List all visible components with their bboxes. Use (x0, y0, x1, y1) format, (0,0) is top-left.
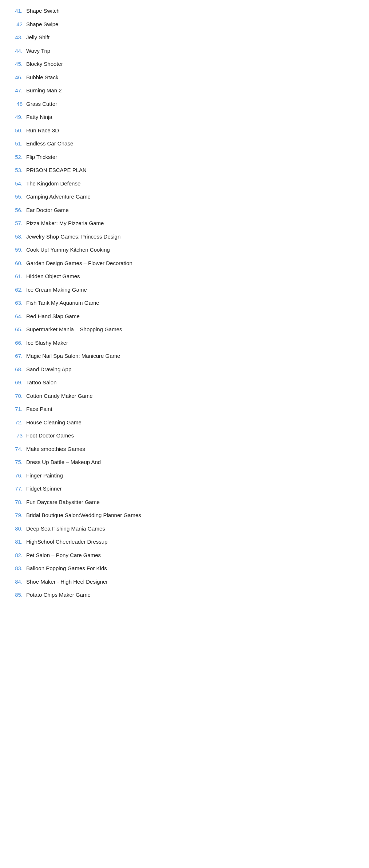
game-list: 41.Shape Switch42Shape Swipe43.Jelly Shi… (7, 4, 362, 602)
list-item[interactable]: 72.House Cleaning Game (7, 416, 362, 429)
item-number: 77. (7, 485, 26, 493)
list-item[interactable]: 78.Fun Daycare Babysitter Game (7, 496, 362, 509)
item-title: Fatty Ninja (26, 113, 52, 121)
list-item[interactable]: 54.The Kingdom Defense (7, 177, 362, 191)
item-title: Shoe Maker - High Heel Designer (26, 578, 108, 586)
item-title: PRISON ESCAPE PLAN (26, 166, 87, 175)
item-number: 83. (7, 564, 26, 573)
list-item[interactable]: 50.Run Race 3D (7, 124, 362, 137)
item-title: Jewelry Shop Games: Princess Design (26, 233, 120, 241)
item-number: 62. (7, 286, 26, 294)
item-title: Grass Cutter (26, 100, 57, 108)
item-title: Ear Doctor Game (26, 206, 69, 215)
list-item[interactable]: 61.Hidden Object Games (7, 270, 362, 283)
list-item[interactable]: 69.Tattoo Salon (7, 376, 362, 389)
list-item[interactable]: 55.Camping Adventure Game (7, 190, 362, 204)
item-number: 44. (7, 47, 26, 55)
list-item[interactable]: 83.Balloon Popping Games For Kids (7, 562, 362, 575)
item-number: 51. (7, 140, 26, 148)
item-number: 46. (7, 73, 26, 82)
item-number: 66. (7, 339, 26, 347)
item-number: 60. (7, 259, 26, 268)
list-item[interactable]: 62.Ice Cream Making Game (7, 283, 362, 297)
list-item[interactable]: 81.HighSchool Cheerleader Dressup (7, 535, 362, 549)
item-number: 58. (7, 233, 26, 241)
item-number: 73 (7, 432, 26, 440)
list-item[interactable]: 75.Dress Up Battle – Makeup And (7, 456, 362, 469)
item-number: 74. (7, 445, 26, 453)
list-item[interactable]: 82.Pet Salon – Pony Care Games (7, 549, 362, 562)
item-number: 80. (7, 525, 26, 533)
list-item[interactable]: 41.Shape Switch (7, 4, 362, 18)
list-item[interactable]: 44.Wavy Trip (7, 44, 362, 58)
list-item[interactable]: 48Grass Cutter (7, 97, 362, 111)
item-title: Make smoothies Games (26, 445, 85, 453)
item-title: Endless Car Chase (26, 140, 73, 148)
item-title: Fidget Spinner (26, 485, 62, 493)
list-item[interactable]: 53.PRISON ESCAPE PLAN (7, 164, 362, 177)
item-number: 52. (7, 153, 26, 161)
list-item[interactable]: 63.Fish Tank My Aquarium Game (7, 296, 362, 310)
list-item[interactable]: 84.Shoe Maker - High Heel Designer (7, 575, 362, 589)
list-item[interactable]: 80.Deep Sea Fishing Mania Games (7, 522, 362, 536)
list-item[interactable]: 57.Pizza Maker: My Pizzeria Game (7, 217, 362, 230)
item-number: 50. (7, 127, 26, 135)
item-number: 72. (7, 419, 26, 427)
item-number: 75. (7, 458, 26, 467)
item-title: Supermarket Mania – Shopping Games (26, 325, 122, 334)
list-item[interactable]: 70.Cotton Candy Maker Game (7, 389, 362, 403)
item-number: 61. (7, 272, 26, 281)
list-item[interactable]: 77.Fidget Spinner (7, 482, 362, 496)
item-number: 54. (7, 180, 26, 188)
list-item[interactable]: 49.Fatty Ninja (7, 111, 362, 124)
item-title: Bubble Stack (26, 73, 58, 82)
item-number: 81. (7, 538, 26, 546)
item-number: 45. (7, 60, 26, 68)
list-item[interactable]: 42Shape Swipe (7, 18, 362, 31)
item-title: Jelly Shift (26, 33, 49, 42)
item-number: 43. (7, 33, 26, 42)
item-title: Burning Man 2 (26, 87, 62, 95)
list-item[interactable]: 58.Jewelry Shop Games: Princess Design (7, 230, 362, 244)
list-item[interactable]: 66.Ice Slushy Maker (7, 336, 362, 350)
item-title: Bridal Boutique Salon:Wedding Planner Ga… (26, 511, 141, 520)
list-item[interactable]: 65.Supermarket Mania – Shopping Games (7, 323, 362, 336)
list-item[interactable]: 68.Sand Drawing App (7, 363, 362, 376)
item-number: 71. (7, 405, 26, 413)
item-title: House Cleaning Game (26, 419, 82, 427)
item-title: HighSchool Cheerleader Dressup (26, 538, 107, 546)
item-title: Run Race 3D (26, 127, 59, 135)
list-item[interactable]: 51.Endless Car Chase (7, 137, 362, 151)
item-number: 78. (7, 498, 26, 507)
item-title: Red Hand Slap Game (26, 312, 80, 321)
item-title: Balloon Popping Games For Kids (26, 564, 107, 573)
item-number: 76. (7, 472, 26, 480)
list-item[interactable]: 43.Jelly Shift (7, 31, 362, 44)
item-title: Deep Sea Fishing Mania Games (26, 525, 105, 533)
item-title: Shape Switch (26, 7, 60, 15)
list-item[interactable]: 73Foot Doctor Games (7, 429, 362, 443)
list-item[interactable]: 56.Ear Doctor Game (7, 204, 362, 217)
item-title: Tattoo Salon (26, 379, 56, 387)
list-item[interactable]: 47.Burning Man 2 (7, 84, 362, 97)
list-item[interactable]: 85.Potato Chips Maker Game (7, 588, 362, 602)
list-item[interactable]: 46.Bubble Stack (7, 71, 362, 84)
list-item[interactable]: 76.Finger Painting (7, 469, 362, 483)
list-item[interactable]: 45.Blocky Shooter (7, 57, 362, 71)
list-item[interactable]: 52.Flip Trickster (7, 151, 362, 164)
item-number: 42 (7, 20, 26, 29)
list-item[interactable]: 79.Bridal Boutique Salon:Wedding Planner… (7, 509, 362, 522)
item-title: Finger Painting (26, 472, 63, 480)
item-number: 67. (7, 352, 26, 360)
item-title: Blocky Shooter (26, 60, 63, 68)
list-item[interactable]: 67.Magic Nail Spa Salon: Manicure Game (7, 349, 362, 363)
list-item[interactable]: 74.Make smoothies Games (7, 443, 362, 456)
item-title: Ice Slushy Maker (26, 339, 68, 347)
item-title: Magic Nail Spa Salon: Manicure Game (26, 352, 120, 360)
list-item[interactable]: 71.Face Paint (7, 403, 362, 416)
list-item[interactable]: 59.Cook Up! Yummy Kitchen Cooking (7, 243, 362, 257)
item-number: 59. (7, 246, 26, 254)
list-item[interactable]: 60.Garden Design Games – Flower Decorati… (7, 257, 362, 270)
list-item[interactable]: 64.Red Hand Slap Game (7, 310, 362, 323)
item-number: 56. (7, 206, 26, 215)
